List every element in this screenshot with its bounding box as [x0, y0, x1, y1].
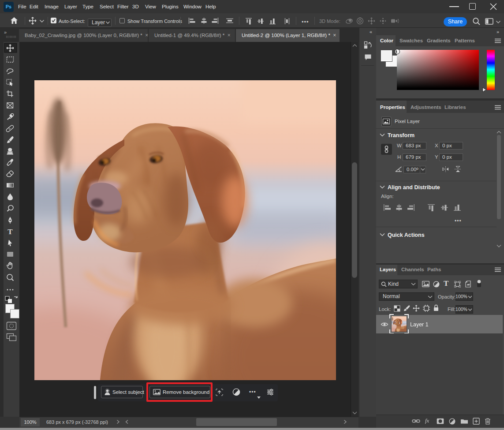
- svg-text:T: T: [7, 228, 13, 236]
